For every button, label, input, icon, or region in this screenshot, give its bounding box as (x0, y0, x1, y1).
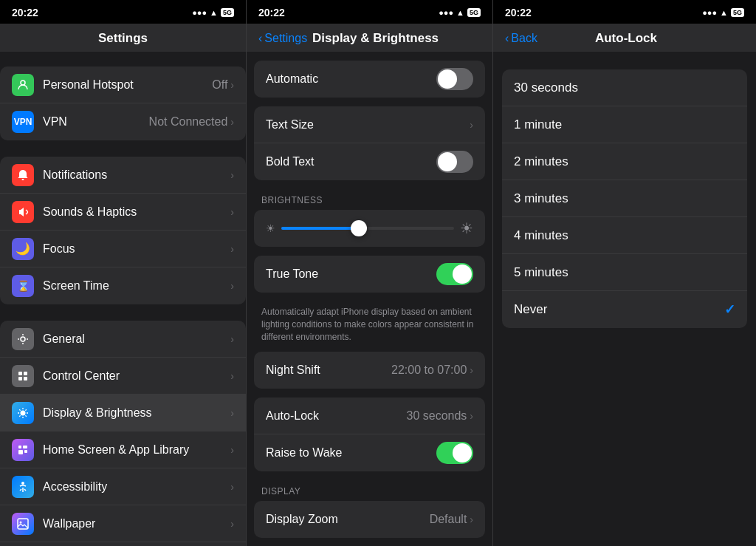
auto-lock-label: Auto-Lock (266, 409, 406, 423)
raise-to-wake-toggle[interactable] (436, 442, 473, 464)
vpn-value: Not Connected (149, 115, 228, 129)
autolock-option-1-minute[interactable]: 1 minute (502, 106, 747, 143)
settings-item-wallpaper[interactable]: Wallpaper › (0, 505, 246, 542)
toggle-thumb (438, 152, 457, 171)
auto-lock-nav: ‹ Back Auto-Lock (493, 24, 756, 52)
svg-rect-8 (18, 446, 21, 448)
brightness-slider-container: ☀ ☀ (254, 210, 485, 247)
autolock-option-never[interactable]: Never ✓ (502, 291, 747, 328)
display-brightness-nav: ‹ Settings Display & Brightness (247, 24, 492, 52)
notifications-icon (12, 164, 34, 186)
personal-hotspot-label: Personal Hotspot (43, 78, 212, 92)
autolock-label-30s: 30 seconds (514, 81, 735, 95)
display-brightness-title: Display & Brightness (307, 31, 444, 46)
display-zoom-section: Display Zoom Default › (254, 501, 485, 538)
display-section-label: DISPLAY (247, 480, 492, 501)
wifi-icon-2: ▲ (456, 8, 464, 17)
settings-item-sounds[interactable]: Sounds & Haptics › (0, 194, 246, 231)
accessibility-label: Accessibility (43, 480, 230, 494)
svg-rect-4 (24, 372, 27, 375)
true-tone-description: Automatically adapt iPhone display based… (247, 301, 492, 352)
settings-panel: 20:22 ●●● ▲ 5G Settings Personal Hotspot… (0, 0, 247, 546)
svg-rect-6 (24, 377, 27, 381)
settings-item-control-center[interactable]: Control Center › (0, 358, 246, 395)
time-1: 20:22 (12, 7, 38, 18)
brightness-section: ☀ ☀ (254, 210, 485, 247)
settings-item-accessibility[interactable]: Accessibility › (0, 468, 246, 505)
automatic-item[interactable]: Automatic (254, 61, 485, 98)
signal-icon-3: ●●● (702, 8, 717, 17)
personal-hotspot-value: Off (212, 78, 227, 92)
general-label: General (43, 332, 230, 346)
auto-lock-item[interactable]: Auto-Lock 30 seconds › (254, 397, 485, 434)
night-shift-item[interactable]: Night Shift 22:00 to 07:00 › (254, 352, 485, 389)
sun-large-icon: ☀ (460, 219, 473, 237)
svg-point-0 (21, 81, 25, 85)
chevron-icon: › (230, 169, 234, 181)
time-3: 20:22 (505, 7, 532, 18)
chevron-icon: › (230, 116, 234, 128)
autolock-option-4-minutes[interactable]: 4 minutes (502, 217, 747, 254)
bold-text-item[interactable]: Bold Text (254, 143, 485, 180)
autolock-option-2-minutes[interactable]: 2 minutes (502, 143, 747, 180)
back-to-settings-button[interactable]: ‹ Settings (258, 32, 307, 45)
chevron-icon: › (230, 518, 234, 530)
home-screen-label: Home Screen & App Library (43, 443, 230, 457)
autolock-label-3m: 3 minutes (514, 191, 735, 206)
svg-point-12 (21, 482, 24, 485)
svg-rect-11 (24, 450, 27, 453)
vpn-label: VPN (43, 115, 149, 129)
settings-item-personal-hotspot[interactable]: Personal Hotspot Off › (0, 66, 246, 103)
back-label: Settings (264, 32, 307, 45)
svg-rect-10 (18, 450, 23, 454)
general-icon (12, 328, 34, 350)
chevron-icon: › (470, 513, 473, 525)
bold-text-toggle[interactable] (436, 151, 473, 173)
chevron-icon: › (230, 481, 234, 493)
bold-text-label: Bold Text (266, 155, 436, 168)
back-to-display-button[interactable]: ‹ Back (505, 32, 537, 45)
auto-lock-value: 30 seconds (406, 409, 467, 423)
automatic-label: Automatic (266, 72, 436, 86)
autolock-label-4m: 4 minutes (514, 228, 735, 243)
settings-item-notifications[interactable]: Notifications › (0, 157, 246, 194)
settings-item-display-brightness[interactable]: Display & Brightness › (0, 395, 246, 431)
autolock-label-1m: 1 minute (514, 117, 735, 132)
true-tone-toggle[interactable] (436, 263, 473, 285)
settings-item-standby[interactable]: StandBy › (0, 542, 246, 546)
settings-item-general[interactable]: General › (0, 321, 246, 358)
settings-item-home-screen[interactable]: Home Screen & App Library › (0, 431, 246, 468)
wifi-icon: ▲ (210, 8, 218, 17)
settings-item-vpn[interactable]: VPN VPN Not Connected › (0, 103, 246, 140)
autolock-options: 30 seconds 1 minute 2 minutes 3 minutes … (493, 52, 756, 546)
control-center-icon (12, 365, 34, 387)
svg-rect-5 (18, 377, 22, 381)
chevron-icon: › (230, 280, 234, 292)
brightness-track[interactable] (281, 227, 454, 230)
toggle-thumb (438, 69, 457, 89)
settings-item-focus[interactable]: 🌙 Focus › (0, 231, 246, 267)
settings-list[interactable]: Personal Hotspot Off › VPN VPN Not Conne… (0, 52, 246, 546)
brightness-thumb[interactable] (351, 220, 367, 236)
automatic-toggle[interactable] (436, 68, 473, 90)
sounds-icon (12, 201, 34, 223)
text-size-label: Text Size (266, 118, 470, 132)
focus-label: Focus (43, 242, 230, 256)
autolock-option-30-seconds[interactable]: 30 seconds (502, 69, 747, 106)
display-zoom-item[interactable]: Display Zoom Default › (254, 501, 485, 538)
svg-rect-3 (18, 372, 22, 375)
auto-lock-section: Auto-Lock 30 seconds › Raise to Wake (254, 397, 485, 471)
svg-point-14 (20, 521, 22, 523)
settings-title: Settings (12, 31, 234, 46)
autolock-label-2m: 2 minutes (514, 154, 735, 169)
brightness-section-label: BRIGHTNESS (247, 189, 492, 210)
chevron-icon: › (470, 410, 473, 422)
raise-to-wake-item[interactable]: Raise to Wake (254, 434, 485, 471)
autolock-option-3-minutes[interactable]: 3 minutes (502, 180, 747, 217)
true-tone-item[interactable]: True Tone (254, 256, 485, 293)
autolock-option-5-minutes[interactable]: 5 minutes (502, 254, 747, 291)
text-size-item[interactable]: Text Size › (254, 106, 485, 143)
settings-item-screen-time[interactable]: ⌛ Screen Time › (0, 267, 246, 304)
display-brightness-label: Display & Brightness (43, 406, 230, 420)
auto-lock-title: Auto-Lock (537, 31, 715, 46)
